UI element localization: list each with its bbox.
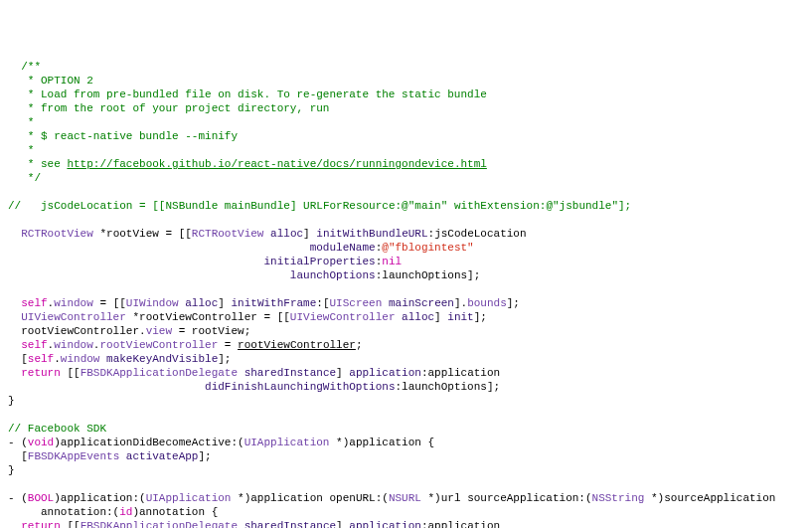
type: NSString — [592, 492, 645, 504]
keyword: return — [21, 520, 61, 528]
commented-code: // jsCodeLocation = [[NSBundle mainBundl… — [8, 200, 631, 212]
comment-line: * $ react-native bundle --minify — [8, 130, 238, 142]
method: application — [349, 520, 421, 528]
keyword: self — [28, 353, 54, 365]
comment-line: * OPTION 2 — [8, 75, 93, 87]
type: FBSDKApplicationDelegate — [81, 520, 238, 528]
brace: } — [8, 395, 15, 407]
method: alloc — [185, 297, 218, 309]
method: alloc — [402, 311, 434, 323]
method: initWithBundleURL — [316, 228, 427, 240]
method: initWithFrame — [231, 297, 316, 309]
type: UIViewController — [290, 311, 396, 323]
property: view — [146, 325, 172, 337]
method: sharedInstance — [244, 367, 336, 379]
type: RCTRootView — [192, 228, 264, 240]
comment-line: * from the root of your project director… — [8, 102, 329, 114]
type: FBSDKApplicationDelegate — [81, 367, 238, 379]
method: initialProperties — [263, 256, 375, 267]
type: NSURL — [389, 492, 421, 504]
underlined-ident: rootViewController — [238, 339, 356, 351]
keyword: self — [21, 297, 47, 309]
type: UIViewController — [21, 311, 126, 323]
type: RCTRootView — [21, 228, 93, 240]
method: sharedInstance — [244, 520, 336, 528]
method: alloc — [270, 228, 303, 240]
type: UIApplication — [146, 492, 232, 504]
brace: } — [8, 464, 15, 476]
method: activateApp — [126, 450, 199, 462]
type: FBSDKAppEvents — [28, 450, 119, 462]
comment-line: * Load from pre-bundled file on disk. To… — [8, 88, 487, 100]
type: UIApplication — [244, 437, 330, 448]
comment-line: * — [8, 144, 34, 156]
property: bounds — [467, 297, 507, 309]
method: didFinishLaunchingWithOptions — [205, 381, 395, 393]
property: rootViewController — [99, 339, 218, 351]
method: application — [349, 367, 421, 379]
type: UIWindow — [126, 297, 179, 309]
property: window — [54, 297, 93, 309]
keyword: BOOL — [28, 492, 54, 504]
method: launchOptions — [290, 269, 376, 281]
property: window — [61, 353, 100, 365]
method: moduleName — [310, 242, 376, 254]
keyword: self — [21, 339, 47, 351]
comment-line: * — [8, 116, 34, 128]
keyword: return — [21, 367, 61, 379]
keyword: nil — [382, 256, 402, 267]
comment-line: /** — [8, 61, 41, 73]
comment-link[interactable]: http://facebook.github.io/react-native/d… — [67, 158, 486, 170]
code-editor: /** * OPTION 2 * Load from pre-bundled f… — [8, 60, 804, 528]
string-literal: @"fblogintest" — [382, 242, 473, 254]
method: makeKeyAndVisible — [106, 353, 218, 365]
method: mainScreen — [389, 297, 454, 309]
keyword: id — [119, 506, 132, 518]
comment-line: */ — [8, 172, 41, 184]
keyword: void — [28, 437, 54, 448]
type: UIScreen — [330, 297, 383, 309]
comment-line: // Facebook SDK — [8, 423, 106, 435]
property: window — [54, 339, 93, 351]
method: init — [447, 311, 473, 323]
comment-line: * see — [8, 158, 67, 170]
